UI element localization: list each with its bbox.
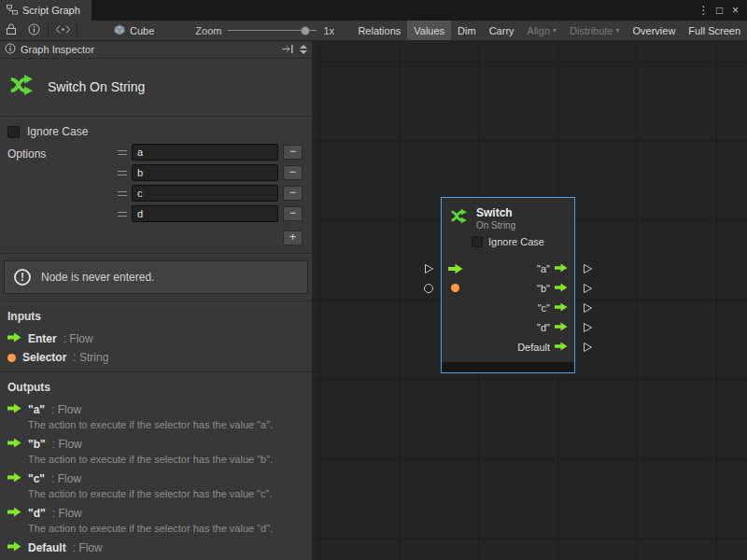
zoom-label: Zoom: [195, 25, 221, 36]
drag-handle-icon[interactable]: [118, 212, 127, 217]
lock-button[interactable]: [0, 21, 22, 40]
switch-on-string-icon: [7, 71, 35, 102]
option-row: −: [118, 205, 303, 222]
overview-button[interactable]: Overview: [627, 21, 683, 40]
target-object-button[interactable]: Cube: [108, 21, 160, 40]
drag-handle-icon[interactable]: [118, 150, 127, 155]
relations-button[interactable]: Relations: [351, 21, 407, 40]
node-header: Switch On String: [442, 198, 574, 232]
code-icon: [55, 24, 71, 36]
option-row: −: [118, 164, 303, 181]
drag-handle-icon[interactable]: [118, 191, 127, 196]
warning-icon: [14, 269, 31, 286]
window-menu-button[interactable]: ⋮: [696, 4, 712, 17]
target-object-label: Cube: [130, 25, 154, 36]
input-port-enter: Enter : Flow: [0, 329, 312, 347]
tab-script-graph[interactable]: Script Graph: [0, 0, 92, 21]
output-port-a: "a" : Flow: [0, 399, 312, 418]
window-maximize-button[interactable]: □: [712, 4, 727, 17]
carry-button[interactable]: Carry: [483, 21, 521, 40]
node-port-row-b: "b": [442, 278, 574, 298]
output-port-c: "c" : Flow: [0, 469, 312, 487]
remove-option-button[interactable]: −: [283, 186, 303, 201]
output-port-b[interactable]: [583, 283, 593, 294]
output-port-c[interactable]: [583, 302, 593, 314]
remove-option-button[interactable]: −: [283, 145, 303, 160]
flow-arrow-icon: [555, 322, 568, 333]
ignore-case-row: Ignore Case: [0, 117, 312, 140]
warning-text: Node is never entered.: [41, 271, 154, 284]
align-button[interactable]: Align: [521, 21, 563, 40]
option-field-3[interactable]: [132, 205, 278, 222]
zoom-slider-thumb[interactable]: [301, 26, 310, 35]
distribute-button[interactable]: Distribute: [563, 21, 626, 40]
flow-arrow-icon: [7, 541, 21, 554]
switch-on-string-node[interactable]: Switch On String Ignore Case "a": [441, 197, 575, 373]
input-port-selector: Selector : String: [0, 347, 312, 366]
flow-arrow-icon: [555, 342, 568, 353]
node-ports: "a" "b": [442, 254, 574, 360]
options-section: Options − − −: [0, 140, 312, 230]
flow-arrow-icon: [555, 302, 568, 314]
node-output-label-c: "c": [538, 302, 550, 314]
enter-flow-port[interactable]: [424, 263, 434, 274]
window-controls: ⋮ □ ×: [696, 0, 747, 21]
node-output-label-d: "d": [537, 322, 550, 333]
flow-arrow-icon: [7, 438, 21, 451]
flow-arrow-icon: [448, 263, 463, 274]
option-row: −: [118, 185, 303, 202]
scroll-arrows[interactable]: [300, 45, 307, 54]
option-field-0[interactable]: [132, 144, 278, 161]
values-button[interactable]: Values: [407, 21, 451, 40]
output-port-description: The action to execute if the selector ha…: [0, 453, 312, 469]
inspector-toggle-button[interactable]: [22, 21, 45, 40]
window-close-button[interactable]: ×: [727, 4, 743, 17]
info-icon: [5, 43, 16, 56]
switch-on-string-icon: [449, 206, 469, 231]
zoom-control: Zoom 1x: [195, 25, 334, 36]
edit-script-button[interactable]: [51, 21, 74, 40]
ignore-case-checkbox[interactable]: [7, 126, 20, 138]
output-port-a[interactable]: [583, 263, 593, 274]
output-port-d[interactable]: [583, 322, 593, 333]
flow-arrow-icon: [7, 472, 21, 485]
drag-handle-icon[interactable]: [118, 171, 127, 175]
remove-option-button[interactable]: −: [283, 165, 303, 180]
dim-button[interactable]: Dim: [451, 21, 483, 40]
option-field-2[interactable]: [132, 185, 278, 202]
options-list: − − − −: [118, 144, 303, 226]
zoom-value: 1x: [323, 25, 334, 36]
toolbar-separator: [77, 23, 78, 37]
warning-box: Node is never entered.: [4, 260, 308, 294]
tab-title: Script Graph: [22, 5, 80, 16]
flow-arrow-icon: [7, 403, 21, 416]
selector-value-port[interactable]: [424, 284, 433, 293]
add-option-button[interactable]: +: [283, 231, 303, 245]
output-port-d: "d" : Flow: [0, 503, 312, 522]
node-output-label-a: "a": [537, 263, 550, 274]
flow-arrow-icon: [7, 507, 21, 520]
fullscreen-button[interactable]: Full Screen: [682, 21, 747, 40]
node-port-row-d: "d": [442, 317, 574, 337]
dock-icon[interactable]: [281, 44, 294, 56]
node-subtitle: On String: [476, 220, 515, 231]
node-footer: [442, 362, 574, 372]
script-graph-icon: [7, 4, 18, 17]
node-port-row-default: Default: [442, 337, 574, 357]
node-ignore-case-row: Ignore Case: [442, 232, 574, 254]
node-output-label-b: "b": [537, 283, 550, 294]
output-port-description: The action to execute if the selector ha…: [0, 522, 312, 538]
inputs-header: Inputs: [0, 301, 312, 329]
graph-canvas[interactable]: Switch On String Ignore Case "a": [313, 41, 747, 560]
output-port-default[interactable]: [583, 342, 593, 353]
zoom-slider[interactable]: [228, 26, 317, 35]
output-port-default: Default : Flow: [0, 538, 312, 556]
unit-title: Switch On String: [48, 79, 145, 94]
remove-option-button[interactable]: −: [283, 206, 303, 221]
script-graph-window: Script Graph ⋮ □ ×: [0, 0, 747, 560]
output-port-b: "b" : Flow: [0, 434, 312, 453]
toolbar-separator: [48, 23, 49, 37]
output-port-description: The action to execute if the selector ha…: [0, 418, 312, 434]
option-field-1[interactable]: [132, 164, 278, 181]
node-ignore-case-checkbox[interactable]: [472, 236, 483, 247]
